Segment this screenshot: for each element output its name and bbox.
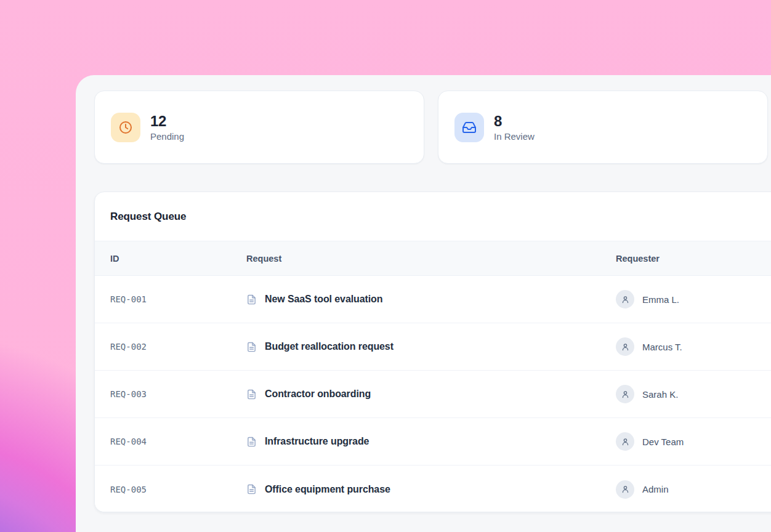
requester-cell: Emma L.: [616, 290, 771, 308]
table-row[interactable]: REQ-003 Contractor onboarding Sarah K.: [95, 371, 771, 418]
request-title: Infrastructure upgrade: [265, 436, 369, 447]
request-id: REQ-003: [110, 389, 246, 399]
request-cell: Contractor onboarding: [246, 389, 616, 400]
column-header-request: Request: [246, 254, 616, 264]
stat-text: 8 In Review: [494, 113, 535, 142]
person-icon: [616, 480, 634, 499]
request-cell: New SaaS tool evaluation: [246, 294, 616, 305]
document-icon: [246, 342, 257, 352]
document-icon: [246, 437, 257, 447]
pending-count: 12: [150, 113, 184, 130]
request-id: REQ-004: [110, 437, 246, 446]
requester-cell: Marcus T.: [616, 337, 771, 356]
person-icon: [616, 432, 634, 451]
document-icon: [246, 484, 257, 494]
request-id: REQ-001: [110, 294, 246, 304]
request-title: New SaaS tool evaluation: [265, 294, 382, 305]
person-icon: [616, 337, 634, 356]
document-icon: [246, 294, 257, 305]
table-row[interactable]: REQ-002 Budget reallocation request Marc…: [95, 323, 771, 371]
requester-cell: Dev Team: [616, 432, 771, 451]
request-title: Budget reallocation request: [265, 341, 394, 352]
requester-name: Emma L.: [642, 294, 679, 305]
table-header-row: ID Request Requester: [95, 241, 771, 276]
table-title: Request Queue: [95, 192, 771, 241]
stats-row: 12 Pending 8 In Review: [94, 91, 771, 164]
requester-name: Admin: [642, 484, 669, 494]
in-review-label: In Review: [494, 131, 535, 142]
table-row[interactable]: REQ-004 Infrastructure upgrade Dev Team: [95, 418, 771, 465]
requester-name: Sarah K.: [642, 389, 678, 400]
request-title: Office equipment purchase: [265, 484, 390, 495]
document-icon: [246, 389, 257, 400]
requester-name: Marcus T.: [642, 342, 682, 352]
column-header-id: ID: [110, 254, 246, 264]
request-title: Contractor onboarding: [265, 389, 371, 400]
request-id: REQ-002: [110, 342, 246, 352]
request-queue-card: Request Queue ID Request Requester REQ-0…: [94, 191, 771, 512]
inbox-icon: [454, 113, 484, 142]
table-row[interactable]: REQ-001 New SaaS tool evaluation Emma L.: [95, 276, 771, 323]
request-id: REQ-005: [110, 485, 246, 494]
app-panel: 12 Pending 8 In Review Request Queue ID …: [76, 75, 771, 532]
table-row[interactable]: REQ-005 Office equipment purchase Admin: [95, 465, 771, 512]
pending-label: Pending: [150, 131, 184, 142]
requester-cell: Admin: [616, 480, 771, 499]
column-header-requester: Requester: [616, 254, 771, 264]
clock-icon: [111, 113, 140, 142]
stat-card-pending: 12 Pending: [94, 91, 424, 164]
person-icon: [616, 385, 634, 403]
stat-text: 12 Pending: [150, 113, 184, 142]
requester-name: Dev Team: [642, 437, 684, 447]
stat-card-in-review: 8 In Review: [438, 91, 768, 164]
request-cell: Budget reallocation request: [246, 341, 616, 352]
request-cell: Infrastructure upgrade: [246, 436, 616, 447]
requester-cell: Sarah K.: [616, 385, 771, 403]
request-cell: Office equipment purchase: [246, 484, 616, 495]
person-icon: [616, 290, 634, 308]
in-review-count: 8: [494, 113, 535, 130]
